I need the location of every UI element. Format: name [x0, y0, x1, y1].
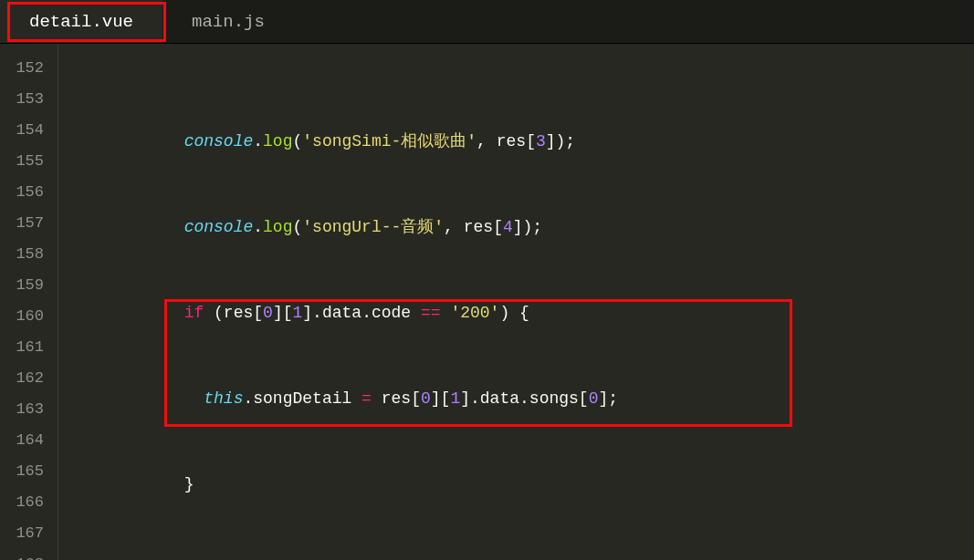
line-number: 161 — [0, 332, 44, 363]
line-number: 154 — [0, 115, 44, 146]
line-number: 157 — [0, 208, 44, 239]
line-number: 153 — [0, 84, 44, 115]
line-number: 166 — [0, 487, 44, 518]
line-number: 160 — [0, 301, 44, 332]
tab-main-js[interactable]: main.js — [162, 0, 294, 43]
line-number: 165 — [0, 456, 44, 487]
line-number: 155 — [0, 146, 44, 177]
tab-bar: detail.vue main.js — [0, 0, 974, 44]
code-line: if (res[1][1].data.code == '200') { — [58, 555, 657, 560]
line-number: 168 — [0, 549, 44, 560]
code-area[interactable]: console.log('songSimi-相似歌曲', res[3]); co… — [58, 44, 657, 560]
line-number: 158 — [0, 239, 44, 270]
line-number: 167 — [0, 518, 44, 549]
line-number: 162 — [0, 363, 44, 394]
code-editor[interactable]: 1521531541551561571581591601611621631641… — [0, 44, 974, 560]
code-line: } — [58, 469, 657, 500]
tab-detail-vue[interactable]: detail.vue — [0, 0, 162, 43]
code-line: if (res[0][1].data.code == '200') { — [58, 297, 657, 328]
line-number: 164 — [0, 425, 44, 456]
line-number: 163 — [0, 394, 44, 425]
code-line: console.log('songSimi-相似歌曲', res[3]); — [58, 126, 657, 157]
line-number: 156 — [0, 177, 44, 208]
tab-label: detail.vue — [29, 12, 133, 32]
line-number: 152 — [0, 53, 44, 84]
code-line: this.songDetail = res[0][1].data.songs[0… — [58, 383, 657, 414]
gutter-border — [51, 44, 58, 560]
code-line: console.log('songUrl--音频', res[4]); — [58, 212, 657, 243]
tab-label: main.js — [192, 12, 265, 32]
line-number: 159 — [0, 270, 44, 301]
line-number-gutter: 1521531541551561571581591601611621631641… — [0, 44, 51, 560]
